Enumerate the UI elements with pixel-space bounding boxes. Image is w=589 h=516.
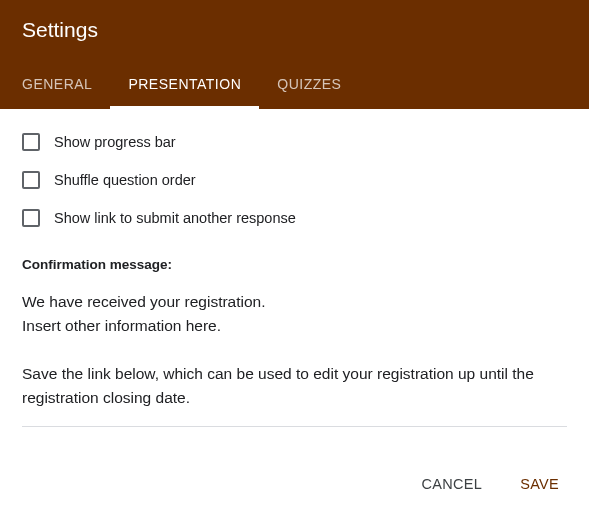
- option-label: Show link to submit another response: [54, 210, 296, 226]
- option-show-progress-bar[interactable]: Show progress bar: [22, 133, 567, 151]
- option-shuffle-question-order[interactable]: Shuffle question order: [22, 171, 567, 189]
- tab-general[interactable]: GENERAL: [22, 64, 110, 109]
- confirmation-message-input[interactable]: We have received your registration. Inse…: [22, 290, 567, 427]
- tabs: GENERAL PRESENTATION QUIZZES: [22, 64, 567, 109]
- cancel-button[interactable]: CANCEL: [418, 470, 487, 498]
- checkbox-icon: [22, 133, 40, 151]
- save-button[interactable]: SAVE: [516, 470, 563, 498]
- dialog-title: Settings: [22, 18, 567, 42]
- option-label: Shuffle question order: [54, 172, 196, 188]
- dialog-header: Settings GENERAL PRESENTATION QUIZZES: [0, 0, 589, 109]
- tab-presentation[interactable]: PRESENTATION: [110, 64, 259, 109]
- dialog-footer: CANCEL SAVE: [0, 452, 589, 516]
- confirmation-message-label: Confirmation message:: [22, 257, 567, 272]
- settings-dialog: Settings GENERAL PRESENTATION QUIZZES Sh…: [0, 0, 589, 516]
- checkbox-icon: [22, 171, 40, 189]
- dialog-content: Show progress bar Shuffle question order…: [0, 109, 589, 452]
- tab-quizzes[interactable]: QUIZZES: [259, 64, 359, 109]
- option-show-submit-another-link[interactable]: Show link to submit another response: [22, 209, 567, 227]
- checkbox-icon: [22, 209, 40, 227]
- option-label: Show progress bar: [54, 134, 176, 150]
